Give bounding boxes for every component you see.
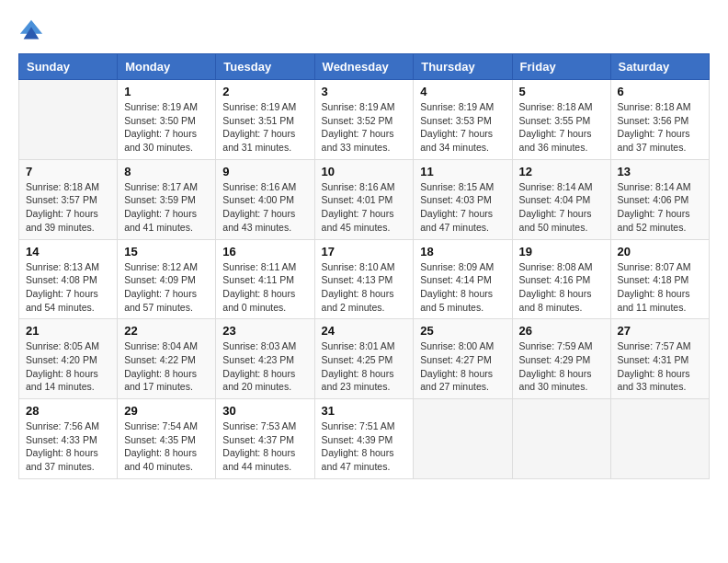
day-info: Sunrise: 8:18 AMSunset: 3:56 PMDaylight:… — [618, 100, 702, 155]
day-number: 17 — [322, 245, 407, 259]
day-info: Sunrise: 8:17 AMSunset: 3:59 PMDaylight:… — [124, 180, 209, 235]
day-number: 15 — [124, 245, 209, 259]
logo-icon — [18, 18, 44, 44]
day-info: Sunrise: 8:07 AMSunset: 4:18 PMDaylight:… — [618, 260, 702, 315]
calendar-header-monday: Monday — [118, 54, 216, 80]
day-info: Sunrise: 8:00 AMSunset: 4:27 PMDaylight:… — [420, 339, 505, 394]
day-info: Sunrise: 8:16 AMSunset: 4:00 PMDaylight:… — [222, 180, 307, 235]
day-info: Sunrise: 8:16 AMSunset: 4:01 PMDaylight:… — [322, 180, 407, 235]
calendar-header-thursday: Thursday — [414, 54, 512, 80]
day-number: 24 — [322, 324, 407, 338]
calendar-cell: 20Sunrise: 8:07 AMSunset: 4:18 PMDayligh… — [610, 239, 709, 319]
page-header — [18, 18, 710, 44]
day-info: Sunrise: 8:01 AMSunset: 4:25 PMDaylight:… — [322, 339, 407, 394]
day-number: 9 — [222, 165, 307, 178]
calendar-cell: 19Sunrise: 8:08 AMSunset: 4:16 PMDayligh… — [512, 239, 610, 319]
day-number: 20 — [618, 245, 702, 259]
calendar-cell: 12Sunrise: 8:14 AMSunset: 4:04 PMDayligh… — [512, 159, 610, 239]
day-number: 14 — [26, 245, 110, 259]
day-info: Sunrise: 8:05 AMSunset: 4:20 PMDaylight:… — [26, 339, 110, 394]
day-number: 7 — [26, 165, 110, 178]
day-number: 27 — [618, 324, 702, 338]
day-number: 2 — [222, 85, 307, 98]
day-info: Sunrise: 8:03 AMSunset: 4:23 PMDaylight:… — [222, 339, 307, 394]
calendar-cell: 14Sunrise: 8:13 AMSunset: 4:08 PMDayligh… — [19, 239, 118, 319]
day-info: Sunrise: 7:56 AMSunset: 4:33 PMDaylight:… — [26, 419, 110, 474]
calendar-cell: 8Sunrise: 8:17 AMSunset: 3:59 PMDaylight… — [118, 159, 216, 239]
calendar-week-4: 21Sunrise: 8:05 AMSunset: 4:20 PMDayligh… — [19, 319, 710, 399]
day-number: 23 — [222, 324, 307, 338]
day-number: 28 — [26, 404, 110, 418]
day-info: Sunrise: 8:14 AMSunset: 4:06 PMDaylight:… — [618, 180, 702, 235]
day-info: Sunrise: 8:18 AMSunset: 3:57 PMDaylight:… — [26, 180, 110, 235]
calendar-cell: 3Sunrise: 8:19 AMSunset: 3:52 PMDaylight… — [314, 80, 414, 160]
calendar-week-2: 7Sunrise: 8:18 AMSunset: 3:57 PMDaylight… — [19, 159, 710, 239]
calendar-header-sunday: Sunday — [19, 54, 118, 80]
day-number: 21 — [26, 324, 110, 338]
day-info: Sunrise: 7:51 AMSunset: 4:39 PMDaylight:… — [322, 419, 407, 474]
calendar-cell: 17Sunrise: 8:10 AMSunset: 4:13 PMDayligh… — [314, 239, 414, 319]
calendar-header-wednesday: Wednesday — [314, 54, 414, 80]
day-number: 3 — [322, 85, 407, 98]
calendar-cell: 25Sunrise: 8:00 AMSunset: 4:27 PMDayligh… — [414, 319, 512, 399]
day-number: 25 — [420, 324, 505, 338]
day-number: 29 — [124, 404, 209, 418]
calendar-cell: 9Sunrise: 8:16 AMSunset: 4:00 PMDaylight… — [216, 159, 314, 239]
calendar-week-1: 1Sunrise: 8:19 AMSunset: 3:50 PMDaylight… — [19, 80, 710, 160]
day-info: Sunrise: 8:19 AMSunset: 3:52 PMDaylight:… — [322, 100, 407, 155]
day-info: Sunrise: 8:09 AMSunset: 4:14 PMDaylight:… — [420, 260, 505, 315]
calendar-cell: 1Sunrise: 8:19 AMSunset: 3:50 PMDaylight… — [118, 80, 216, 160]
day-number: 30 — [222, 404, 307, 418]
calendar-cell: 31Sunrise: 7:51 AMSunset: 4:39 PMDayligh… — [314, 399, 414, 479]
calendar-cell: 22Sunrise: 8:04 AMSunset: 4:22 PMDayligh… — [118, 319, 216, 399]
calendar-week-5: 28Sunrise: 7:56 AMSunset: 4:33 PMDayligh… — [19, 399, 710, 479]
calendar-cell — [512, 399, 610, 479]
calendar-cell: 7Sunrise: 8:18 AMSunset: 3:57 PMDaylight… — [19, 159, 118, 239]
day-number: 5 — [519, 85, 604, 98]
calendar-header-saturday: Saturday — [610, 54, 709, 80]
day-number: 19 — [519, 245, 604, 259]
day-number: 13 — [618, 165, 702, 178]
day-number: 6 — [618, 85, 702, 98]
day-info: Sunrise: 8:10 AMSunset: 4:13 PMDaylight:… — [322, 260, 407, 315]
calendar-cell: 26Sunrise: 7:59 AMSunset: 4:29 PMDayligh… — [512, 319, 610, 399]
day-info: Sunrise: 8:14 AMSunset: 4:04 PMDaylight:… — [519, 180, 604, 235]
day-number: 4 — [420, 85, 505, 98]
day-number: 31 — [322, 404, 407, 418]
calendar-cell — [414, 399, 512, 479]
day-number: 18 — [420, 245, 505, 259]
day-info: Sunrise: 8:15 AMSunset: 4:03 PMDaylight:… — [420, 180, 505, 235]
calendar-cell: 30Sunrise: 7:53 AMSunset: 4:37 PMDayligh… — [216, 399, 314, 479]
day-info: Sunrise: 8:18 AMSunset: 3:55 PMDaylight:… — [519, 100, 604, 155]
day-number: 11 — [420, 165, 505, 178]
day-number: 12 — [519, 165, 604, 178]
day-info: Sunrise: 8:19 AMSunset: 3:50 PMDaylight:… — [124, 100, 209, 155]
day-info: Sunrise: 8:19 AMSunset: 3:53 PMDaylight:… — [420, 100, 505, 155]
day-number: 1 — [124, 85, 209, 98]
day-number: 22 — [124, 324, 209, 338]
day-number: 16 — [222, 245, 307, 259]
calendar-cell: 6Sunrise: 8:18 AMSunset: 3:56 PMDaylight… — [610, 80, 709, 160]
calendar-header-tuesday: Tuesday — [216, 54, 314, 80]
day-info: Sunrise: 8:04 AMSunset: 4:22 PMDaylight:… — [124, 339, 209, 394]
logo — [18, 18, 48, 44]
calendar-cell: 29Sunrise: 7:54 AMSunset: 4:35 PMDayligh… — [118, 399, 216, 479]
day-info: Sunrise: 8:08 AMSunset: 4:16 PMDaylight:… — [519, 260, 604, 315]
calendar-cell: 5Sunrise: 8:18 AMSunset: 3:55 PMDaylight… — [512, 80, 610, 160]
calendar-cell — [610, 399, 709, 479]
day-info: Sunrise: 7:53 AMSunset: 4:37 PMDaylight:… — [222, 419, 307, 474]
calendar-cell: 16Sunrise: 8:11 AMSunset: 4:11 PMDayligh… — [216, 239, 314, 319]
calendar-cell: 11Sunrise: 8:15 AMSunset: 4:03 PMDayligh… — [414, 159, 512, 239]
calendar-header-row: SundayMondayTuesdayWednesdayThursdayFrid… — [19, 54, 710, 80]
calendar-cell — [19, 80, 118, 160]
day-info: Sunrise: 7:54 AMSunset: 4:35 PMDaylight:… — [124, 419, 209, 474]
calendar-cell: 18Sunrise: 8:09 AMSunset: 4:14 PMDayligh… — [414, 239, 512, 319]
calendar-cell: 10Sunrise: 8:16 AMSunset: 4:01 PMDayligh… — [314, 159, 414, 239]
calendar-cell: 23Sunrise: 8:03 AMSunset: 4:23 PMDayligh… — [216, 319, 314, 399]
calendar-table: SundayMondayTuesdayWednesdayThursdayFrid… — [18, 53, 710, 479]
day-number: 8 — [124, 165, 209, 178]
calendar-cell: 2Sunrise: 8:19 AMSunset: 3:51 PMDaylight… — [216, 80, 314, 160]
calendar-cell: 28Sunrise: 7:56 AMSunset: 4:33 PMDayligh… — [19, 399, 118, 479]
day-number: 10 — [322, 165, 407, 178]
calendar-week-3: 14Sunrise: 8:13 AMSunset: 4:08 PMDayligh… — [19, 239, 710, 319]
